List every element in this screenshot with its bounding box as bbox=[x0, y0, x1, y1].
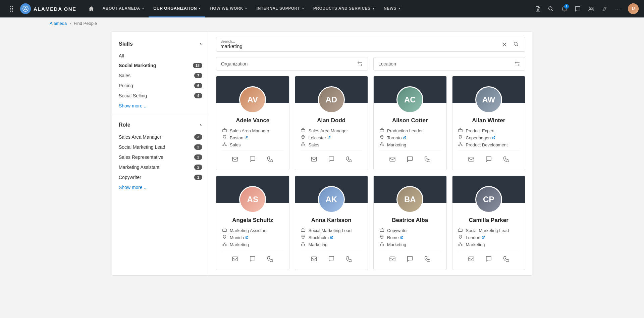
chat-button[interactable] bbox=[247, 154, 258, 165]
email-button[interactable] bbox=[387, 254, 398, 264]
content-box: Skills ∧ All Social Marketing 18 Sales 7… bbox=[112, 31, 532, 276]
email-button[interactable] bbox=[466, 254, 477, 264]
chat-button[interactable] bbox=[405, 154, 415, 165]
phone-button[interactable] bbox=[265, 154, 275, 165]
skills-show-more[interactable]: Show more ... bbox=[112, 101, 209, 111]
organization-filter[interactable]: Organization bbox=[216, 57, 368, 71]
chat-button[interactable] bbox=[483, 154, 494, 165]
svg-rect-40 bbox=[311, 257, 317, 261]
email-button[interactable] bbox=[309, 154, 319, 165]
chat-icon-button[interactable] bbox=[572, 3, 584, 15]
more-options-button[interactable]: ··· bbox=[612, 3, 624, 15]
person-card-adele-vance[interactable]: AV Adele Vance Sales Area Manager bbox=[216, 76, 289, 170]
phone-button[interactable] bbox=[422, 154, 433, 165]
sidebar-role-marketing-assistant[interactable]: Marketing Assistant 2 bbox=[112, 162, 209, 172]
person-actions bbox=[222, 150, 284, 166]
person-card-alan-dodd[interactable]: AD Alan Dodd Sales Area Manager bbox=[295, 76, 368, 170]
email-button[interactable] bbox=[230, 254, 240, 264]
link-icon-button[interactable] bbox=[598, 3, 610, 15]
sidebar-role-sales-area-manager[interactable]: Sales Area Manager 3 bbox=[112, 132, 209, 142]
email-button[interactable] bbox=[466, 154, 477, 165]
nav-news[interactable]: NEWS ▾ bbox=[379, 0, 405, 17]
nav-about-alameda[interactable]: ABOUT ALAMEDA ▾ bbox=[98, 0, 149, 17]
chat-button[interactable] bbox=[483, 254, 494, 264]
svg-rect-23 bbox=[459, 129, 463, 132]
app-logo[interactable]: ALAMEDA ONE bbox=[20, 3, 76, 14]
person-card-anna-karlsson[interactable]: AK Anna Karlsson Social Marketing Lead bbox=[295, 176, 368, 270]
svg-point-1 bbox=[548, 6, 552, 10]
email-button[interactable] bbox=[309, 254, 319, 264]
person-card-header: AS bbox=[216, 176, 289, 203]
svg-rect-52 bbox=[469, 257, 474, 261]
location-icon bbox=[458, 135, 463, 140]
org-icon bbox=[301, 242, 306, 247]
svg-point-12 bbox=[303, 136, 304, 137]
phone-button[interactable] bbox=[422, 254, 433, 264]
svg-point-7 bbox=[224, 142, 225, 143]
person-location-row: Boston bbox=[222, 135, 284, 140]
chevron-down-icon: ▾ bbox=[245, 7, 247, 10]
role-show-more[interactable]: Show more ... bbox=[112, 182, 209, 192]
user-avatar[interactable]: U bbox=[628, 3, 639, 14]
email-button[interactable] bbox=[230, 154, 240, 165]
notifications-button[interactable]: 1 bbox=[558, 3, 570, 15]
sidebar-role-sales-representative[interactable]: Sales Representative 2 bbox=[112, 152, 209, 162]
sidebar-role-copywriter[interactable]: Copywriter 1 bbox=[112, 172, 209, 182]
apps-grid-button[interactable]: ⣿ bbox=[5, 3, 17, 15]
person-info: Production Leader Toronto bbox=[379, 128, 441, 147]
search-clear-button[interactable] bbox=[499, 40, 509, 49]
nav-internal-support[interactable]: INTERNAL SUPPORT ▾ bbox=[252, 0, 309, 17]
phone-button[interactable] bbox=[501, 254, 512, 264]
sidebar-skills-all[interactable]: All bbox=[112, 51, 209, 60]
svg-rect-46 bbox=[390, 257, 395, 261]
location-filter[interactable]: Location bbox=[373, 57, 525, 71]
person-card-allan-winter[interactable]: AW Allan Winter Product Expert bbox=[452, 76, 526, 170]
nav-products-services[interactable]: PRODUCTS AND SERVICES ▾ bbox=[309, 0, 379, 17]
search-input[interactable] bbox=[220, 43, 499, 49]
person-actions bbox=[458, 250, 520, 266]
svg-rect-16 bbox=[311, 157, 317, 161]
search-icon-button[interactable] bbox=[545, 3, 557, 15]
person-role-row: Sales Area Manager bbox=[222, 128, 284, 133]
briefcase-icon bbox=[301, 228, 306, 233]
nav-our-organization[interactable]: OUR ORGANIZATION ▾ bbox=[149, 0, 205, 17]
svg-rect-17 bbox=[380, 129, 384, 132]
svg-point-51 bbox=[461, 244, 462, 245]
person-card-camilla-parker[interactable]: CP Camilla Parker Social Marketing Lead bbox=[452, 176, 526, 270]
chat-button[interactable] bbox=[326, 154, 337, 165]
home-button[interactable] bbox=[85, 0, 98, 17]
person-card-angela-schultz[interactable]: AS Angela Schultz Marketing Assistant bbox=[216, 176, 289, 270]
breadcrumb-parent[interactable]: Alameda bbox=[50, 21, 67, 26]
svg-rect-41 bbox=[380, 229, 384, 231]
sidebar-skill-social-marketing[interactable]: Social Marketing 18 bbox=[112, 60, 209, 71]
people-icon-button[interactable] bbox=[585, 3, 597, 15]
sidebar-skill-sales[interactable]: Sales 7 bbox=[112, 71, 209, 81]
sidebar-role-social-marketing-lead[interactable]: Social Marketing Lead 2 bbox=[112, 142, 209, 152]
chat-button[interactable] bbox=[326, 254, 337, 264]
phone-button[interactable] bbox=[501, 154, 512, 165]
phone-button[interactable] bbox=[343, 254, 354, 264]
svg-point-43 bbox=[381, 242, 382, 243]
svg-rect-47 bbox=[459, 229, 463, 231]
avatar: BA bbox=[396, 186, 423, 213]
search-submit-button[interactable] bbox=[512, 40, 521, 49]
svg-point-32 bbox=[222, 244, 223, 245]
svg-rect-34 bbox=[232, 257, 238, 261]
avatar: CP bbox=[475, 186, 502, 213]
person-card-alison-cotter[interactable]: AC Alison Cotter Production Leader bbox=[373, 76, 447, 170]
svg-point-25 bbox=[460, 142, 461, 143]
chat-button[interactable] bbox=[247, 254, 258, 264]
org-icon bbox=[379, 142, 384, 147]
person-dept-row: Marketing bbox=[379, 142, 441, 147]
phone-button[interactable] bbox=[265, 254, 275, 264]
role-collapse-icon[interactable]: ∧ bbox=[199, 123, 202, 127]
sidebar-skill-pricing[interactable]: Pricing 6 bbox=[112, 81, 209, 91]
document-icon-button[interactable] bbox=[531, 3, 543, 15]
phone-button[interactable] bbox=[343, 154, 354, 165]
skills-collapse-icon[interactable]: ∧ bbox=[199, 42, 202, 46]
chat-button[interactable] bbox=[405, 254, 415, 264]
email-button[interactable] bbox=[387, 154, 398, 165]
sidebar-skill-social-selling[interactable]: Social Selling 4 bbox=[112, 91, 209, 101]
nav-how-we-work[interactable]: HOW WE WORK ▾ bbox=[205, 0, 252, 17]
person-card-beatrice-alba[interactable]: BA Beatrice Alba Copywriter bbox=[373, 176, 447, 270]
